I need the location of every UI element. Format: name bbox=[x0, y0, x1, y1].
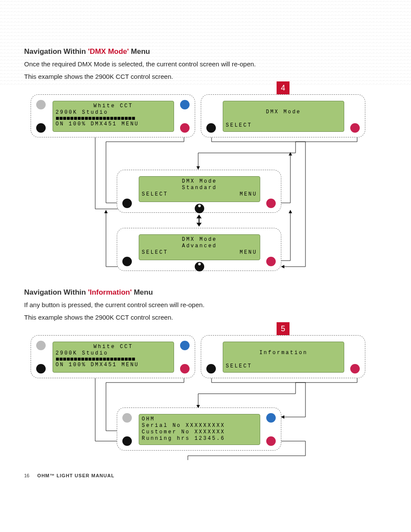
button-red-icon bbox=[350, 364, 360, 373]
button-red-icon bbox=[266, 257, 276, 266]
section2-body2: This example shows the 2900K CCT control… bbox=[24, 313, 387, 323]
button-red-icon bbox=[180, 123, 190, 133]
step-badge-4: 4 bbox=[277, 81, 290, 94]
lcd-line: DMX Mode bbox=[142, 178, 257, 185]
button-black-icon bbox=[122, 199, 132, 208]
section2-body1: If any button is pressed, the current co… bbox=[24, 300, 387, 310]
lcd-bar: ■■■■■■■■■■■■■■■■■■■■■■ bbox=[56, 357, 171, 362]
heading-prefix: Navigation Within bbox=[24, 47, 88, 56]
lcd-line: White CCT bbox=[56, 103, 171, 109]
lcd-line: SELECT bbox=[226, 122, 341, 129]
button-black-icon bbox=[206, 364, 216, 373]
heading-suffix: Menu bbox=[132, 288, 153, 296]
lcd-main: White CCT 2900K Studio ■■■■■■■■■■■■■■■■■… bbox=[53, 342, 174, 373]
panel-dmx-mode: DMX Mode SELECT bbox=[201, 94, 365, 137]
lcd-line: Serial No XXXXXXXXX bbox=[142, 423, 257, 429]
button-black-icon bbox=[122, 257, 132, 266]
panel-information: Information SELECT bbox=[201, 335, 365, 378]
lcd-line: DMX Mode bbox=[226, 109, 341, 115]
lcd-line: ON 100% DMX451 MENU bbox=[56, 362, 171, 368]
button-black-icon bbox=[36, 364, 46, 373]
heading-suffix: Menu bbox=[129, 47, 150, 56]
step-badge-5: 5 bbox=[277, 322, 290, 335]
lcd-line: SELECT MENU bbox=[142, 191, 257, 198]
lcd-advanced: DMX Mode Advanced SELECT MENU bbox=[139, 234, 260, 260]
button-red-icon bbox=[266, 199, 276, 208]
lcd-menu: MENU bbox=[240, 249, 257, 256]
section1-body1: Once the required DMX Mode is selected, … bbox=[24, 59, 387, 69]
rotary-knob-icon bbox=[195, 204, 204, 213]
lcd-line: OHM bbox=[142, 416, 257, 423]
led-grey-icon bbox=[36, 100, 46, 109]
lcd-detail: OHM Serial No XXXXXXXXX Customer No XXXX… bbox=[139, 414, 260, 445]
lcd-dmx-mode: DMX Mode SELECT bbox=[223, 101, 344, 132]
button-red-icon bbox=[350, 123, 360, 133]
lcd-line: 2900K Studio bbox=[56, 109, 171, 116]
button-black-icon bbox=[122, 436, 132, 446]
lcd-menu: MENU bbox=[240, 191, 257, 198]
panel-info-detail: OHM Serial No XXXXXXXXX Customer No XXXX… bbox=[117, 408, 281, 451]
lcd-line: Information bbox=[226, 350, 341, 356]
heading-prefix: Navigation Within bbox=[24, 288, 88, 296]
lcd-line: White CCT bbox=[56, 344, 171, 350]
page-footer: 16 OHM™ LIGHT USER MANUAL bbox=[24, 473, 387, 478]
button-black-icon bbox=[206, 123, 216, 133]
led-grey-icon bbox=[122, 413, 132, 423]
lcd-line: Advanced bbox=[142, 243, 257, 249]
lcd-select: SELECT bbox=[142, 191, 168, 197]
diagram-dmx-mode: 4 White CCT 2900K Studio ■■■■■■■■■■■■■■■… bbox=[24, 86, 387, 275]
lcd-information: Information SELECT bbox=[223, 342, 344, 373]
page-number: 16 bbox=[24, 473, 29, 478]
panel-dmx-standard: DMX Mode Standard SELECT MENU bbox=[117, 170, 281, 213]
led-blue-icon bbox=[266, 413, 276, 423]
lcd-main: White CCT 2900K Studio ■■■■■■■■■■■■■■■■■… bbox=[53, 101, 174, 132]
lcd-line: SELECT MENU bbox=[142, 249, 257, 256]
diagram-information: 5 White CCT 2900K Studio ■■■■■■■■■■■■■■■… bbox=[24, 327, 387, 460]
lcd-select: SELECT bbox=[142, 249, 168, 255]
panel-main-lcd: White CCT 2900K Studio ■■■■■■■■■■■■■■■■■… bbox=[31, 335, 195, 378]
lcd-line: Running hrs 12345.6 bbox=[142, 436, 257, 442]
lcd-line: Customer No XXXXXXX bbox=[142, 429, 257, 436]
lcd-line: DMX Mode bbox=[142, 236, 257, 243]
lcd-line: SELECT bbox=[226, 363, 341, 370]
manual-title: OHM™ LIGHT USER MANUAL bbox=[37, 473, 115, 478]
heading-red: 'DMX Mode' bbox=[88, 47, 129, 56]
panel-dmx-advanced: DMX Mode Advanced SELECT MENU bbox=[117, 228, 281, 271]
led-grey-icon bbox=[36, 341, 46, 350]
section1-body2: This example shows the 2900K CCT control… bbox=[24, 72, 387, 82]
button-black-icon bbox=[36, 123, 46, 133]
section2-heading: Navigation Within 'Information' Menu bbox=[24, 288, 387, 297]
section1-heading: Navigation Within 'DMX Mode' Menu bbox=[24, 47, 387, 56]
panel-main-lcd: White CCT 2900K Studio ■■■■■■■■■■■■■■■■■… bbox=[31, 94, 195, 137]
led-blue-icon bbox=[180, 341, 190, 350]
lcd-line: ON 100% DMX451 MENU bbox=[56, 121, 171, 128]
button-red-icon bbox=[180, 364, 190, 373]
lcd-standard: DMX Mode Standard SELECT MENU bbox=[139, 176, 260, 202]
lcd-line: Standard bbox=[142, 185, 257, 191]
button-red-icon bbox=[266, 436, 276, 446]
rotary-knob-icon bbox=[195, 262, 204, 271]
lcd-bar: ■■■■■■■■■■■■■■■■■■■■■■ bbox=[56, 116, 171, 121]
led-blue-icon bbox=[180, 100, 190, 109]
heading-red: 'Information' bbox=[88, 288, 132, 296]
lcd-line: 2900K Studio bbox=[56, 350, 171, 357]
double-arrow-icon bbox=[196, 215, 202, 227]
